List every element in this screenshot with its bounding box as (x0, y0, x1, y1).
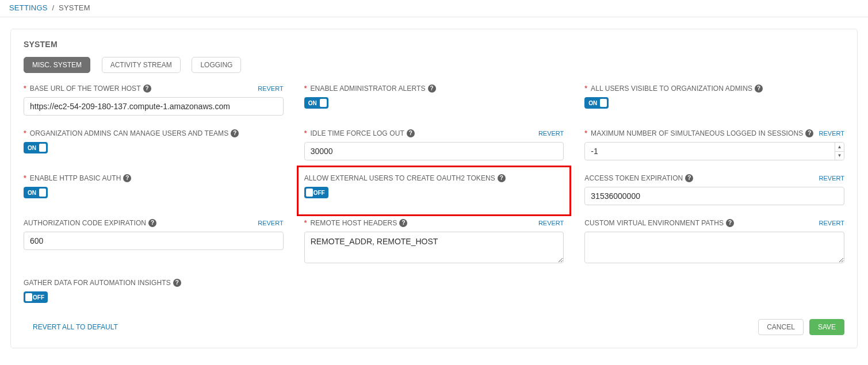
toggle-knob (320, 99, 327, 107)
toggle-label: ON (588, 100, 597, 106)
help-icon[interactable]: ? (805, 129, 813, 137)
toggle-all-users-visible[interactable]: ON (584, 97, 609, 109)
required-asterisk: * (24, 129, 26, 137)
field-auth-code-exp: AUTHORIZATION CODE EXPIRATION ? REVERT (24, 218, 284, 265)
label-text: BASE URL OF THE TOWER HOST (30, 84, 141, 93)
toggle-label: OFF (33, 294, 44, 301)
revert-link[interactable]: REVERT (819, 130, 844, 137)
help-icon[interactable]: ? (685, 174, 693, 182)
revert-link[interactable]: REVERT (819, 220, 844, 226)
input-auth-code-exp[interactable] (24, 232, 284, 250)
toggle-label: OFF (313, 190, 325, 196)
field-external-oauth: ALLOW EXTERNAL USERS TO CREATE OAUTH2 TO… (297, 166, 572, 216)
help-icon[interactable]: ? (726, 219, 734, 227)
field-admin-alerts: * ENABLE ADMINISTRATOR ALERTS ? ON (304, 83, 564, 116)
label-http-basic: * ENABLE HTTP BASIC AUTH ? (24, 174, 131, 182)
field-http-basic: * ENABLE HTTP BASIC AUTH ? ON (24, 173, 284, 205)
label-access-token-exp: ACCESS TOKEN EXPIRATION ? (584, 174, 693, 182)
number-spinner: ▲ ▼ (835, 143, 844, 160)
label-max-sessions: * MAXIMUM NUMBER OF SIMULTANEOUS LOGGED … (584, 129, 813, 137)
label-auth-code-exp: AUTHORIZATION CODE EXPIRATION ? (24, 219, 156, 227)
empty-cell (584, 278, 844, 303)
help-icon[interactable]: ? (399, 219, 407, 227)
field-org-admins-manage: * ORGANIZATION ADMINS CAN MANAGE USERS A… (24, 128, 284, 160)
field-access-token-exp: ACCESS TOKEN EXPIRATION ? REVERT (584, 173, 844, 205)
toggle-knob (25, 293, 32, 301)
label-text: ENABLE ADMINISTRATOR ALERTS (310, 84, 425, 93)
help-icon[interactable]: ? (143, 84, 151, 93)
toggle-label: ON (28, 145, 36, 151)
label-idle-time: * IDLE TIME FORCE LOG OUT ? (304, 129, 415, 137)
input-base-url[interactable] (24, 97, 284, 116)
label-text: ALLOW EXTERNAL USERS TO CREATE OAUTH2 TO… (304, 174, 495, 182)
help-icon[interactable]: ? (428, 84, 436, 93)
label-text: MAXIMUM NUMBER OF SIMULTANEOUS LOGGED IN… (591, 129, 803, 137)
spinner-down-icon[interactable]: ▼ (835, 152, 844, 160)
help-icon[interactable]: ? (123, 174, 131, 182)
label-text: CUSTOM VIRTUAL ENVIRONMENT PATHS (584, 219, 724, 227)
label-text: IDLE TIME FORCE LOG OUT (310, 129, 404, 137)
help-icon[interactable]: ? (498, 174, 506, 182)
label-custom-venv: CUSTOM VIRTUAL ENVIRONMENT PATHS ? (584, 219, 734, 227)
help-icon[interactable]: ? (148, 219, 156, 227)
revert-link[interactable]: REVERT (819, 175, 844, 182)
spinner-up-icon[interactable]: ▲ (835, 143, 844, 152)
label-base-url: * BASE URL OF THE TOWER HOST ? (24, 84, 151, 93)
empty-cell (304, 278, 564, 303)
field-idle-time: * IDLE TIME FORCE LOG OUT ? REVERT (304, 128, 564, 160)
input-idle-time[interactable] (304, 142, 564, 160)
tab-logging[interactable]: LOGGING (192, 57, 241, 73)
field-custom-venv: CUSTOM VIRTUAL ENVIRONMENT PATHS ? REVER… (584, 218, 844, 265)
revert-all-link[interactable]: REVERT ALL TO DEFAULT (33, 323, 118, 331)
revert-link[interactable]: REVERT (258, 220, 283, 226)
required-asterisk: * (304, 129, 307, 137)
panel-title: SYSTEM (24, 40, 844, 49)
field-base-url: * BASE URL OF THE TOWER HOST ? REVERT (24, 83, 284, 116)
toggle-http-basic[interactable]: ON (24, 187, 48, 198)
help-icon[interactable]: ? (231, 129, 239, 137)
toggle-external-oauth[interactable]: OFF (304, 187, 328, 198)
label-remote-host-headers: * REMOTE HOST HEADERS ? (304, 219, 408, 227)
label-external-oauth: ALLOW EXTERNAL USERS TO CREATE OAUTH2 TO… (304, 174, 506, 182)
input-access-token-exp[interactable] (584, 187, 844, 205)
breadcrumb-settings-link[interactable]: SETTINGS (9, 3, 48, 12)
cancel-button[interactable]: CANCEL (758, 319, 804, 335)
toggle-admin-alerts[interactable]: ON (304, 97, 328, 109)
toggle-label: ON (308, 100, 317, 106)
toggle-knob (600, 99, 607, 107)
label-text: AUTHORIZATION CODE EXPIRATION (24, 219, 146, 227)
breadcrumb-current: SYSTEM (59, 3, 90, 12)
tab-activity-stream[interactable]: ACTIVITY STREAM (102, 57, 181, 73)
revert-link[interactable]: REVERT (538, 130, 564, 137)
revert-link[interactable]: REVERT (258, 85, 283, 92)
label-org-admins-manage: * ORGANIZATION ADMINS CAN MANAGE USERS A… (24, 129, 239, 137)
label-text: ACCESS TOKEN EXPIRATION (584, 174, 683, 182)
help-icon[interactable]: ? (755, 84, 763, 93)
label-gather-insights: GATHER DATA FOR AUTOMATION INSIGHTS ? (24, 279, 181, 287)
textarea-remote-host-headers[interactable] (304, 232, 564, 263)
required-asterisk: * (304, 219, 307, 227)
tab-misc-system[interactable]: MISC. SYSTEM (24, 57, 90, 73)
breadcrumb-separator: / (52, 3, 54, 12)
help-icon[interactable]: ? (173, 279, 181, 287)
revert-link[interactable]: REVERT (538, 220, 564, 226)
required-asterisk: * (584, 129, 587, 137)
save-button[interactable]: SAVE (809, 319, 844, 335)
settings-grid: * BASE URL OF THE TOWER HOST ? REVERT * … (24, 83, 844, 303)
help-icon[interactable]: ? (407, 129, 415, 137)
required-asterisk: * (304, 84, 307, 93)
toggle-knob (39, 189, 46, 197)
label-text: ALL USERS VISIBLE TO ORGANIZATION ADMINS (591, 84, 752, 93)
toggle-gather-insights[interactable]: OFF (24, 291, 48, 303)
panel-footer: REVERT ALL TO DEFAULT CANCEL SAVE (24, 319, 844, 335)
label-text: GATHER DATA FOR AUTOMATION INSIGHTS (24, 279, 171, 287)
label-text: REMOTE HOST HEADERS (310, 219, 397, 227)
label-all-users-visible: * ALL USERS VISIBLE TO ORGANIZATION ADMI… (584, 84, 763, 93)
breadcrumb: SETTINGS / SYSTEM (0, 0, 868, 17)
field-gather-insights: GATHER DATA FOR AUTOMATION INSIGHTS ? OF… (24, 278, 284, 303)
toggle-org-admins-manage[interactable]: ON (24, 142, 48, 153)
input-max-sessions[interactable] (584, 142, 844, 160)
label-text: ENABLE HTTP BASIC AUTH (30, 174, 121, 182)
textarea-custom-venv[interactable] (584, 232, 844, 263)
field-all-users-visible: * ALL USERS VISIBLE TO ORGANIZATION ADMI… (584, 83, 844, 116)
